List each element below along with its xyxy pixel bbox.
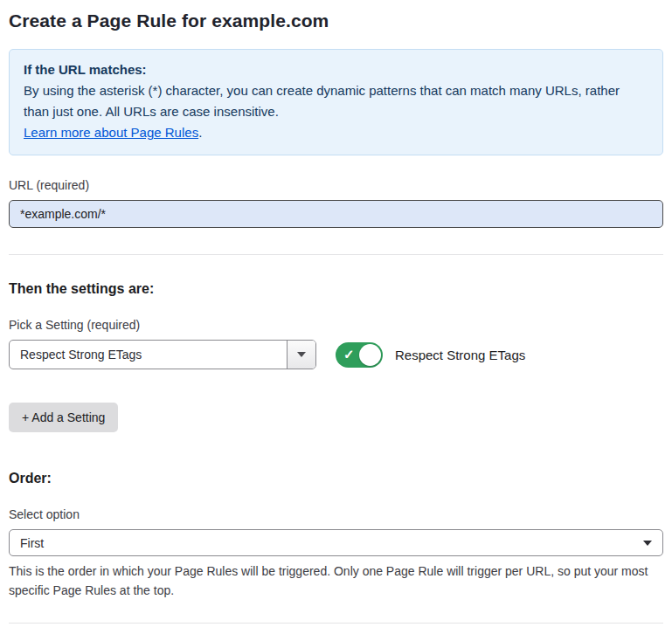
etags-toggle[interactable]: ✓ bbox=[336, 342, 383, 368]
info-link-period: . bbox=[198, 125, 202, 140]
order-select-value: First bbox=[20, 536, 44, 550]
etags-toggle-label: Respect Strong ETags bbox=[395, 348, 525, 362]
order-select-label: Select option bbox=[9, 507, 663, 521]
url-field-label: URL (required) bbox=[9, 178, 663, 192]
toggle-knob bbox=[359, 344, 381, 366]
url-input[interactable] bbox=[9, 200, 663, 228]
page-title: Create a Page Rule for example.com bbox=[9, 10, 663, 31]
chevron-down-icon bbox=[297, 352, 306, 357]
setting-row: Respect Strong ETags ✓ Respect Strong ET… bbox=[9, 340, 663, 369]
footer-divider bbox=[9, 623, 663, 624]
info-box-heading: If the URL matches: bbox=[24, 59, 648, 80]
setting-select[interactable]: Respect Strong ETags bbox=[9, 340, 316, 369]
pick-setting-label: Pick a Setting (required) bbox=[9, 318, 663, 332]
order-section-heading: Order: bbox=[9, 471, 663, 486]
learn-more-link[interactable]: Learn more about Page Rules bbox=[24, 125, 198, 140]
setting-select-value: Respect Strong ETags bbox=[10, 341, 287, 369]
section-divider bbox=[9, 254, 663, 255]
url-match-info-box: If the URL matches: By using the asteris… bbox=[9, 49, 663, 155]
etags-toggle-group: ✓ Respect Strong ETags bbox=[336, 342, 525, 368]
add-setting-button[interactable]: + Add a Setting bbox=[9, 403, 118, 432]
order-select[interactable]: First bbox=[9, 529, 663, 556]
order-help-text: This is the order in which your Page Rul… bbox=[9, 562, 663, 600]
info-box-body: By using the asterisk (*) character, you… bbox=[24, 83, 620, 119]
create-page-rule-form: Create a Page Rule for example.com If th… bbox=[0, 0, 672, 627]
chevron-down-icon bbox=[643, 541, 652, 546]
check-icon: ✓ bbox=[343, 348, 355, 361]
setting-select-arrow-button[interactable] bbox=[287, 341, 315, 369]
order-section: Order: Select option First This is the o… bbox=[9, 471, 663, 600]
settings-section-heading: Then the settings are: bbox=[9, 281, 663, 297]
